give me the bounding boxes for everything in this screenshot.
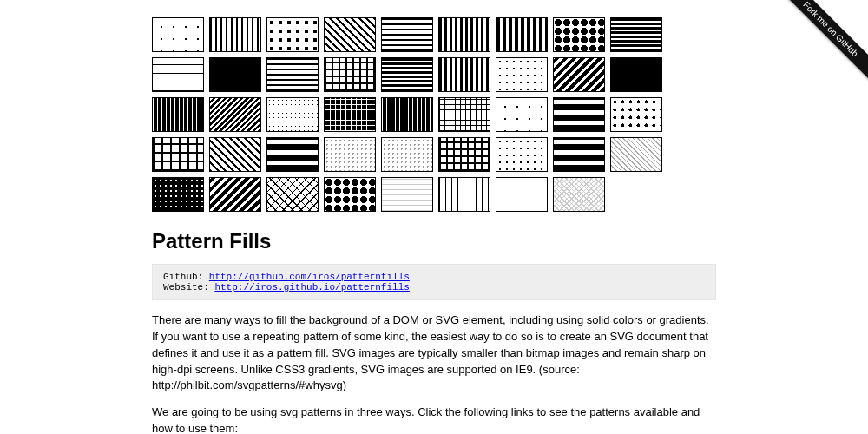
pattern-swatch xyxy=(610,137,662,172)
pattern-swatch xyxy=(496,97,548,132)
pattern-swatch xyxy=(209,17,261,52)
pattern-swatch xyxy=(553,97,605,132)
pattern-swatch xyxy=(209,137,261,172)
pattern-swatch xyxy=(553,137,605,172)
pattern-swatch xyxy=(610,17,662,52)
repo-info-box: Github: http://github.com/iros/patternfi… xyxy=(152,264,716,300)
pattern-swatch xyxy=(209,57,261,92)
pattern-swatch xyxy=(266,17,319,52)
github-link[interactable]: http://github.com/iros/patternfills xyxy=(209,272,410,282)
pattern-swatch xyxy=(324,17,376,52)
pattern-swatch xyxy=(610,97,662,132)
pattern-swatch xyxy=(438,57,490,92)
pattern-swatch xyxy=(266,137,319,172)
pattern-swatch xyxy=(324,97,376,132)
website-label: Website: xyxy=(163,282,214,293)
pattern-swatch xyxy=(209,97,261,132)
website-link[interactable]: http://iros.github.io/patternfills xyxy=(214,282,409,293)
pattern-swatch xyxy=(438,137,490,172)
pattern-swatch xyxy=(266,177,319,212)
pattern-swatch xyxy=(496,137,548,172)
github-ribbon-label: Fork me on GitHub xyxy=(773,0,868,87)
pattern-swatch xyxy=(324,57,376,92)
pattern-swatch xyxy=(553,57,605,92)
pattern-swatch xyxy=(152,137,204,172)
pattern-swatch xyxy=(381,17,433,52)
pattern-swatch xyxy=(438,177,490,212)
pattern-swatch xyxy=(381,177,433,212)
pattern-swatch xyxy=(381,57,433,92)
pattern-swatch xyxy=(209,177,261,212)
pattern-swatch xyxy=(496,17,548,52)
pattern-swatch xyxy=(152,177,204,212)
pattern-swatch xyxy=(381,137,433,172)
pattern-swatch xyxy=(381,97,433,132)
pattern-swatch xyxy=(152,57,204,92)
pattern-grid xyxy=(152,17,716,212)
intro-paragraph-1: There are many ways to fill the backgrou… xyxy=(152,312,716,394)
pattern-swatch xyxy=(152,17,204,52)
pattern-swatch xyxy=(266,97,319,132)
pattern-swatch xyxy=(266,57,319,92)
pattern-swatch xyxy=(438,97,490,132)
page-title: Pattern Fills xyxy=(152,229,716,253)
intro-paragraph-2: We are going to be using svg patterns in… xyxy=(152,404,716,434)
pattern-swatch xyxy=(496,57,548,92)
pattern-swatch xyxy=(610,57,662,92)
pattern-swatch xyxy=(438,17,490,52)
pattern-swatch xyxy=(553,17,605,52)
page-container: Pattern Fills Github: http://github.com/… xyxy=(152,0,716,434)
pattern-swatch xyxy=(152,97,204,132)
pattern-swatch xyxy=(553,177,605,212)
pattern-swatch xyxy=(496,177,548,212)
github-label: Github: xyxy=(163,272,209,282)
pattern-swatch xyxy=(324,177,376,212)
github-ribbon[interactable]: Fork me on GitHub xyxy=(764,0,868,104)
pattern-swatch xyxy=(324,137,376,172)
